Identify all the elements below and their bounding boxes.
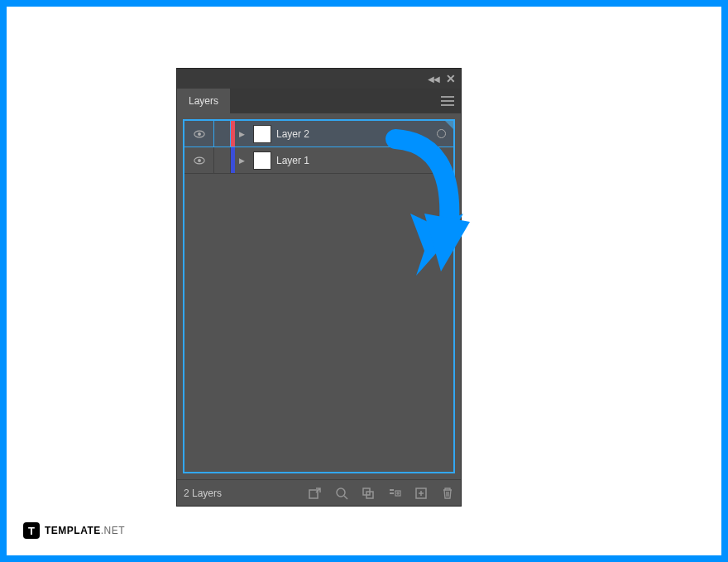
- panel-bottom-bar: 2 Layers: [177, 479, 461, 506]
- layer-name-label[interactable]: Layer 2: [276, 128, 429, 140]
- target-column[interactable]: [429, 129, 453, 138]
- eye-icon: [194, 128, 205, 140]
- target-icon: [437, 129, 446, 138]
- svg-point-3: [198, 159, 201, 162]
- svg-point-5: [337, 488, 345, 497]
- new-sublayer-icon[interactable]: [388, 487, 401, 500]
- layers-tab[interactable]: Layers: [177, 89, 230, 113]
- svg-point-1: [198, 132, 201, 136]
- layer-name-label[interactable]: Layer 1: [276, 155, 429, 166]
- disclosure-triangle[interactable]: ▶: [235, 156, 248, 165]
- disclosure-triangle[interactable]: ▶: [235, 130, 248, 138]
- visibility-toggle[interactable]: [184, 121, 214, 147]
- layer-thumbnail: [253, 151, 271, 170]
- collapse-icon[interactable]: ◀◀: [428, 74, 439, 84]
- lock-toggle[interactable]: [214, 147, 231, 173]
- layers-tab-label: Layers: [189, 95, 218, 107]
- clipping-mask-icon[interactable]: [362, 487, 375, 500]
- layer-thumbnail: [253, 125, 271, 143]
- new-layer-icon[interactable]: [414, 487, 428, 500]
- layer-row[interactable]: ▶Layer 1: [184, 147, 453, 174]
- visibility-toggle[interactable]: [184, 147, 214, 173]
- layer-count-text: 2 Layers: [184, 488, 222, 499]
- eye-icon: [194, 155, 205, 166]
- locate-object-icon[interactable]: [309, 487, 322, 500]
- layer-row[interactable]: ▶Layer 2: [184, 121, 453, 147]
- trash-icon[interactable]: [441, 487, 454, 500]
- panel-titlebar: ◀◀ ✕: [177, 69, 461, 89]
- brand-logo-icon: T: [23, 522, 40, 539]
- close-icon[interactable]: ✕: [446, 72, 456, 85]
- svg-line-6: [344, 496, 347, 499]
- brand-logo: T TEMPLATE.NET: [23, 522, 125, 539]
- layers-panel: ◀◀ ✕ Layers ▶Layer 2▶Layer 1 2 Layers: [176, 68, 462, 507]
- search-icon[interactable]: [335, 487, 348, 500]
- brand-logo-text: TEMPLATE.NET: [45, 525, 125, 536]
- layers-list[interactable]: ▶Layer 2▶Layer 1: [183, 119, 455, 473]
- panel-tab-bar: Layers: [177, 89, 461, 113]
- panel-menu-icon[interactable]: [441, 96, 454, 106]
- lock-toggle[interactable]: [214, 121, 231, 147]
